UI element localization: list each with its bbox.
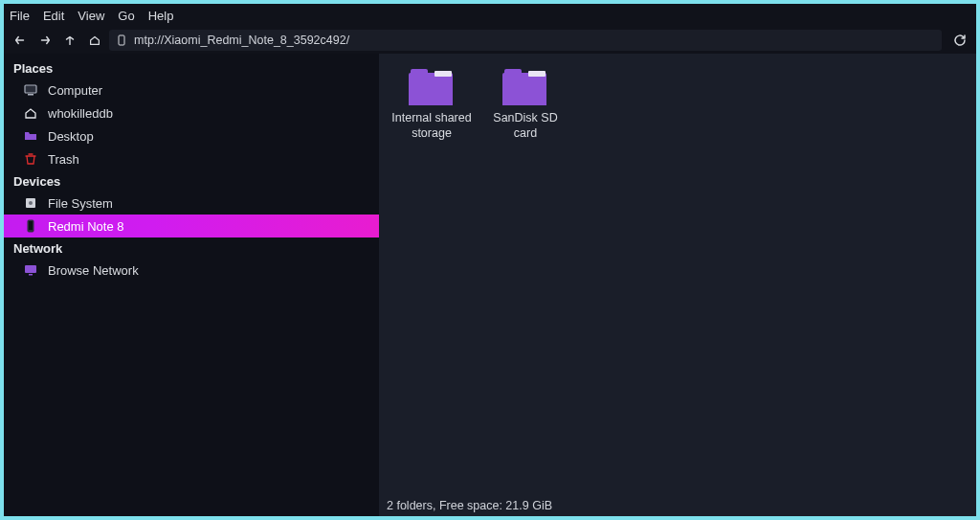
up-button[interactable] (59, 30, 80, 51)
folder-item[interactable]: SanDisk SD card (482, 67, 568, 141)
disk-icon (23, 195, 38, 211)
svg-rect-0 (119, 35, 124, 45)
sidebar-item-whokilleddb[interactable]: whokilleddb (4, 102, 379, 124)
address-bar[interactable]: mtp://Xiaomi_Redmi_Note_8_3592c492/ (109, 30, 942, 51)
body: PlacesComputerwhokilleddbDesktopTrashDev… (4, 54, 976, 516)
sidebar-item-label: whokilleddb (48, 106, 113, 121)
sidebar-item-label: File System (48, 196, 113, 211)
folder-label: SanDisk SD card (482, 111, 568, 141)
device-icon (115, 34, 128, 47)
refresh-button[interactable] (949, 30, 970, 51)
status-text: 2 folders, Free space: 21.9 GiB (387, 499, 552, 512)
sidebar-item-label: Computer (48, 83, 102, 98)
svg-rect-1 (25, 85, 36, 93)
arrow-left-icon (13, 34, 27, 47)
sidebar-item-label: Trash (48, 152, 79, 167)
sidebar: PlacesComputerwhokilleddbDesktopTrashDev… (4, 54, 379, 516)
phone-icon (23, 218, 38, 234)
svg-rect-7 (25, 265, 36, 273)
menu-help[interactable]: Help (148, 9, 174, 23)
menu-go[interactable]: Go (118, 9, 134, 23)
svg-point-4 (29, 201, 33, 205)
sidebar-item-computer[interactable]: Computer (4, 79, 379, 102)
svg-rect-2 (28, 94, 33, 96)
menu-view[interactable]: View (78, 9, 104, 23)
home-icon (23, 105, 38, 121)
arrow-right-icon (38, 34, 52, 47)
sidebar-item-trash[interactable]: Trash (4, 147, 379, 170)
network-icon (23, 262, 38, 278)
folder-item[interactable]: Internal shared storage (389, 67, 475, 141)
home-icon (88, 34, 101, 47)
content-pane[interactable]: Internal shared storageSanDisk SD card 2… (379, 54, 976, 516)
svg-rect-6 (29, 221, 33, 230)
sidebar-item-redmi-note-8[interactable]: Redmi Note 8 (4, 215, 379, 237)
sidebar-section-header: Places (4, 57, 379, 79)
monitor-icon (23, 82, 38, 98)
sidebar-item-label: Desktop (48, 129, 94, 144)
sidebar-item-file-system[interactable]: File System (4, 192, 379, 215)
sidebar-item-label: Browse Network (48, 263, 139, 278)
sidebar-item-browse-network[interactable]: Browse Network (4, 259, 379, 282)
sidebar-section-header: Devices (4, 170, 379, 192)
folder-icon (409, 67, 455, 105)
arrow-up-icon (63, 34, 77, 47)
sidebar-item-desktop[interactable]: Desktop (4, 124, 379, 147)
file-grid: Internal shared storageSanDisk SD card (379, 54, 976, 495)
forward-button[interactable] (34, 30, 56, 51)
sidebar-item-label: Redmi Note 8 (48, 219, 123, 234)
folder-small-icon (23, 128, 38, 144)
home-button[interactable] (84, 30, 105, 51)
menu-edit[interactable]: Edit (43, 9, 64, 23)
trash-icon (23, 151, 38, 167)
refresh-icon (952, 33, 968, 48)
sidebar-section-header: Network (4, 237, 379, 259)
toolbar: mtp://Xiaomi_Redmi_Note_8_3592c492/ (4, 27, 976, 54)
folder-icon (502, 67, 548, 105)
status-bar: 2 folders, Free space: 21.9 GiB (379, 495, 976, 516)
svg-rect-8 (29, 274, 33, 276)
menu-file[interactable]: File (10, 9, 30, 23)
menubar: File Edit View Go Help (4, 4, 976, 27)
address-text: mtp://Xiaomi_Redmi_Note_8_3592c492/ (134, 34, 349, 47)
file-manager-window: File Edit View Go Help mtp://Xiaomi_Redm… (4, 4, 976, 516)
folder-label: Internal shared storage (389, 111, 475, 141)
back-button[interactable] (10, 30, 31, 51)
